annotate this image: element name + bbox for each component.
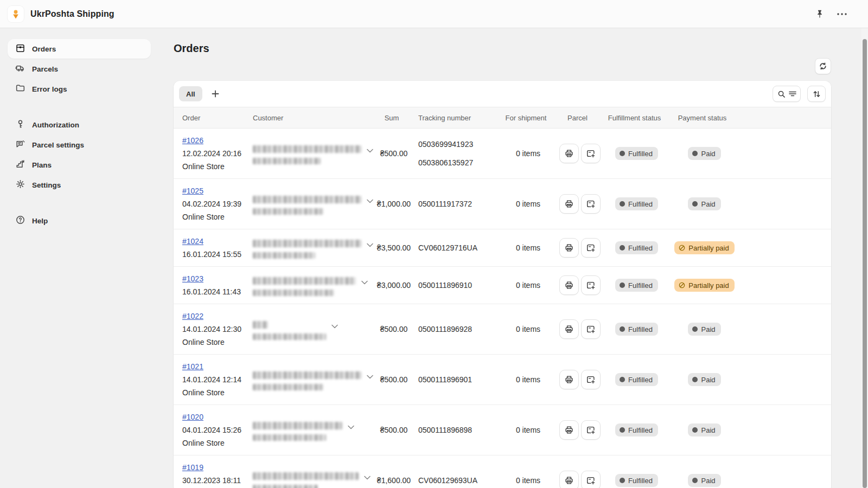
create-parcel-button[interactable] [581,238,601,258]
sidebar-item-error-logs[interactable]: Error logs [8,79,151,99]
customer-name-redacted [253,196,361,203]
tab-all[interactable]: All [179,86,202,101]
status-dot-icon [692,326,698,332]
app-logo [8,6,24,22]
order-date: 14.01.2024 12:30 [182,323,253,336]
fulfillment-status-badge: Fulfilled [615,279,658,292]
customer-phone-redacted [253,158,321,164]
create-parcel-button[interactable] [581,370,601,389]
create-parcel-button[interactable] [581,471,601,488]
order-link[interactable]: #1019 [182,463,203,472]
customer-redacted [253,420,342,441]
order-link[interactable]: #1021 [182,362,203,371]
order-date: 04.02.2024 19:39 [182,197,253,210]
sidebar-item-settings[interactable]: Settings [8,175,151,195]
print-label-button[interactable] [559,471,579,488]
tracking-numbers: 05036999419230503806135927 [418,139,502,168]
sidebar-item-orders[interactable]: Orders [8,39,151,59]
print-label-button[interactable] [559,420,579,440]
main-content: Orders All [158,28,868,488]
more-menu-ellipsis-icon[interactable] [837,12,847,16]
create-parcel-button[interactable] [581,275,601,295]
order-link[interactable]: #1025 [182,187,203,195]
sort-button[interactable] [807,86,826,102]
order-date: 16.01.2024 11:43 [182,285,253,298]
tracking-numbers: 0500111896901 [418,374,502,385]
add-parcel-icon [586,375,596,384]
order-row: #1020 04.01.2024 15:26 Online Store ₴500… [174,405,831,455]
expand-customer-chevron-down-icon[interactable] [348,423,354,431]
order-date: 14.01.2024 12:14 [182,373,253,386]
order-source: Online Store [182,210,253,223]
order-link[interactable]: #1024 [182,237,203,246]
col-fulfillment: Fulfillment status [605,114,668,122]
customer-name-redacted [253,472,359,480]
status-dot-icon [620,151,625,156]
print-label-button[interactable] [559,319,579,339]
status-dot-icon [692,478,698,483]
create-parcel-button[interactable] [581,420,601,440]
for-shipment-count: 0 items [502,476,554,485]
customer-phone-redacted [253,208,323,215]
create-parcel-button[interactable] [581,144,601,163]
customer-redacted [253,143,361,164]
status-dot-icon [692,377,698,382]
pin-icon[interactable] [815,9,825,19]
payment-status-badge: Paid [688,147,720,160]
expand-customer-chevron-down-icon[interactable] [331,322,338,330]
table-header: Order Customer Sum Tracking number For s… [174,107,831,129]
order-link[interactable]: #1023 [182,274,203,283]
add-parcel-icon [586,280,596,290]
customer-phone-redacted [253,252,315,259]
order-link[interactable]: #1026 [182,136,203,145]
print-label-button[interactable] [559,370,579,389]
print-label-button[interactable] [559,194,579,214]
scrollbar-thumb[interactable] [863,39,867,488]
sidebar-item-parcels[interactable]: Parcels [8,59,151,79]
customer-phone-redacted [253,485,318,488]
order-link[interactable]: #1022 [182,312,203,320]
payment-status-badge: Paid [688,474,720,487]
tracking-numbers: 0500111917372 [418,198,502,209]
add-parcel-icon [586,476,596,485]
sidebar-item-parcel-settings[interactable]: Parcel settings [8,135,151,155]
refresh-button[interactable] [815,58,831,74]
order-sum: ₴3,000.00 [369,281,418,290]
print-label-button[interactable] [559,275,579,295]
sidebar-item-authorization[interactable]: Authorization [8,115,151,134]
sidebar-item-plans[interactable]: Plans [8,155,151,175]
add-view-button[interactable] [208,86,223,101]
fulfillment-status-badge: Fulfilled [615,373,658,386]
for-shipment-count: 0 items [502,149,554,158]
print-label-button[interactable] [559,144,579,163]
order-sum: ₴1,000.00 [369,200,418,208]
status-dot-icon [692,151,698,156]
order-row: #1023 16.01.2024 11:43 ₴3,000.00 0500111… [174,267,831,304]
order-date: 04.01.2024 15:26 [182,423,253,436]
order-sum: ₴1,600.00 [369,476,418,485]
create-parcel-button[interactable] [581,194,601,214]
expand-customer-chevron-down-icon[interactable] [361,278,368,286]
create-parcel-button[interactable] [581,319,601,339]
customer-name-redacted [253,422,342,429]
order-link[interactable]: #1020 [182,413,203,421]
person-pin-icon [10,8,22,20]
customer-name-redacted [253,277,356,285]
printer-icon [564,199,574,209]
for-shipment-count: 0 items [502,200,554,208]
table-toolbar: All [174,81,831,107]
add-parcel-icon [586,149,596,158]
order-source: Online Store [182,436,253,450]
order-date: 16.01.2024 15:55 [182,248,253,261]
search-and-filter-button[interactable] [773,86,801,102]
printer-icon [564,243,574,253]
col-payment: Payment status [668,114,741,122]
customer-phone-redacted [253,290,334,296]
tracking-numbers: 0500111896898 [418,425,502,435]
print-label-button[interactable] [559,238,579,258]
fulfillment-status-badge: Fulfilled [615,323,658,336]
app-title: UkrPoshta Shipping [30,9,114,19]
payment-status-badge: Paid [688,373,720,386]
sidebar-item-help[interactable]: Help [8,211,151,230]
customer-phone-redacted [253,384,323,390]
